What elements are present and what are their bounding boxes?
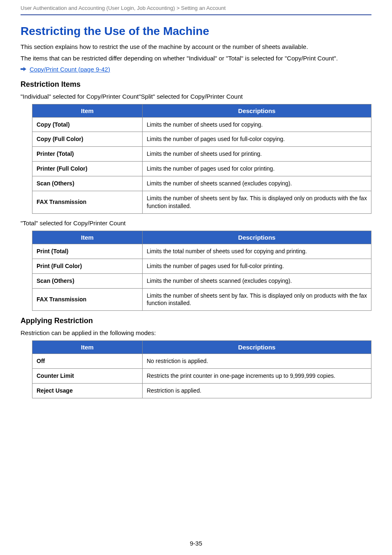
table-row: FAX Transmission Limits the number of sh… xyxy=(32,288,371,311)
desc-cell: Limits the number of sheets scanned (exc… xyxy=(143,176,371,191)
page-title: Restricting the Use of the Machine xyxy=(21,24,371,38)
intro-paragraph-2: The items that can be restricted differ … xyxy=(21,54,371,63)
item-cell: Scan (Others) xyxy=(32,176,143,191)
table-header-descriptions: Descriptions xyxy=(143,104,371,117)
desc-cell: Limits the number of pages used for colo… xyxy=(143,162,371,176)
desc-cell: Restriction is applied. xyxy=(143,384,371,398)
table-row: Print (Total) Limits the total number of… xyxy=(32,244,371,259)
breadcrumb: User Authentication and Accounting (User… xyxy=(21,5,371,15)
table-header-item: Item xyxy=(32,104,143,117)
section-heading-restriction-items: Restriction Items xyxy=(21,80,371,89)
item-cell: FAX Transmission xyxy=(32,288,143,311)
crossref-link[interactable]: Copy/Print Count (page 9-42) xyxy=(30,66,110,73)
item-cell: FAX Transmission xyxy=(32,191,143,214)
desc-cell: Limits the number of sheets sent by fax.… xyxy=(143,288,371,311)
desc-cell: Limits the number of sheets scanned (exc… xyxy=(143,273,371,288)
item-cell: Off xyxy=(32,354,143,369)
table-row: Copy (Total) Limits the number of sheets… xyxy=(32,117,371,132)
section2-caption: Restriction can be applied in the follow… xyxy=(21,329,371,336)
table-row: Off No restriction is applied. xyxy=(32,354,371,369)
table-row: Counter Limit Restricts the print counte… xyxy=(32,369,371,384)
table-row: Printer (Total) Limits the number of she… xyxy=(32,147,371,162)
page-number: 9-35 xyxy=(0,540,392,547)
desc-cell: Limits the number of sheets used for cop… xyxy=(143,117,371,132)
desc-cell: Limits the number of sheets sent by fax.… xyxy=(143,191,371,214)
svg-marker-0 xyxy=(21,67,26,71)
table-header-item: Item xyxy=(32,341,143,354)
table-row: Scan (Others) Limits the number of sheet… xyxy=(32,176,371,191)
table-row: Scan (Others) Limits the number of sheet… xyxy=(32,273,371,288)
item-cell: Copy (Total) xyxy=(32,117,143,132)
intro-paragraph-1: This section explains how to restrict th… xyxy=(21,42,371,52)
desc-cell: No restriction is applied. xyxy=(143,354,371,369)
desc-cell: Limits the number of sheets used for pri… xyxy=(143,147,371,162)
item-cell: Scan (Others) xyxy=(32,273,143,288)
item-cell: Reject Usage xyxy=(32,384,143,398)
item-cell: Printer (Total) xyxy=(32,147,143,162)
table-row: Print (Full Color) Limits the number of … xyxy=(32,259,371,273)
desc-cell: Limits the number of pages used for full… xyxy=(143,259,371,273)
table-row: Reject Usage Restriction is applied. xyxy=(32,384,371,398)
item-cell: Printer (Full Color) xyxy=(32,162,143,176)
desc-cell: Limits the number of pages used for full… xyxy=(143,132,371,147)
arrow-right-icon xyxy=(21,67,26,72)
table1-caption: "Individual" selected for Copy/Printer C… xyxy=(21,93,371,100)
section-heading-applying-restriction: Applying Restriction xyxy=(21,317,371,325)
table-row: Copy (Full Color) Limits the number of p… xyxy=(32,132,371,147)
restriction-items-table-total: Item Descriptions Print (Total) Limits t… xyxy=(32,231,371,311)
restriction-items-table-individual: Item Descriptions Copy (Total) Limits th… xyxy=(32,104,371,214)
item-cell: Copy (Full Color) xyxy=(32,132,143,147)
applying-restriction-table: Item Descriptions Off No restriction is … xyxy=(32,340,371,398)
item-cell: Print (Total) xyxy=(32,244,143,259)
table-header-descriptions: Descriptions xyxy=(143,231,371,244)
table-row: FAX Transmission Limits the number of sh… xyxy=(32,191,371,214)
table-header-item: Item xyxy=(32,231,143,244)
table-header-descriptions: Descriptions xyxy=(143,341,371,354)
desc-cell: Restricts the print counter in one-page … xyxy=(143,369,371,384)
item-cell: Print (Full Color) xyxy=(32,259,143,273)
table-row: Printer (Full Color) Limits the number o… xyxy=(32,162,371,176)
table2-caption: "Total" selected for Copy/Printer Count xyxy=(21,220,371,227)
desc-cell: Limits the total number of sheets used f… xyxy=(143,244,371,259)
crossref-row: Copy/Print Count (page 9-42) xyxy=(21,66,371,73)
item-cell: Counter Limit xyxy=(32,369,143,384)
